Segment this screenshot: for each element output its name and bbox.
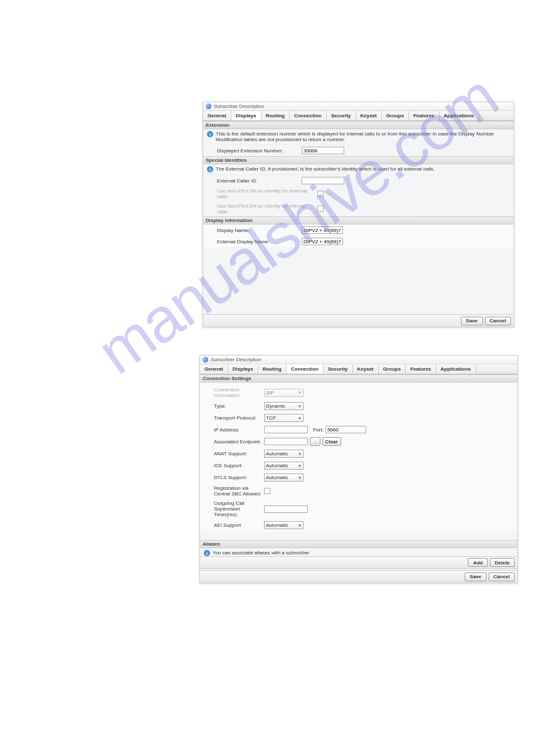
tab-security[interactable]: Security xyxy=(327,111,356,120)
external-caller-input[interactable] xyxy=(302,177,344,184)
assoc-ep-input[interactable] xyxy=(264,438,308,445)
reg-sbc-label: Registration via Central SBC Allowed xyxy=(214,485,264,497)
tab-connection[interactable]: Connection xyxy=(287,364,324,374)
panel-title: Subscriber Description xyxy=(211,357,261,362)
tab-groups[interactable]: Groups xyxy=(382,111,409,120)
aliases-toolbar: Add Delete xyxy=(200,556,517,569)
anat-row: ANAT Support: Automatic xyxy=(200,448,517,460)
ocs-input[interactable] xyxy=(264,505,308,513)
display-name-label: Display Name: xyxy=(217,228,302,233)
assoc-ep-row: Associated Endpoint: ... Clear xyxy=(200,435,517,448)
nonpilot-int-checkbox[interactable] xyxy=(317,206,324,212)
tab-general[interactable]: General xyxy=(203,111,231,120)
reg-sbc-checkbox[interactable] xyxy=(264,488,270,494)
anat-label: ANAT Support: xyxy=(214,451,264,457)
port-input[interactable] xyxy=(325,426,366,433)
tab-routing[interactable]: Routing xyxy=(262,111,290,120)
dtls-select[interactable]: Automatic xyxy=(264,473,304,482)
panel1-footer: Save Cancel xyxy=(203,314,514,327)
transport-select[interactable]: TCP xyxy=(264,414,304,422)
app-icon xyxy=(203,357,208,362)
special-info-row: i The External Caller ID, if provisioned… xyxy=(203,164,514,175)
tabs-row: General Displays Routing Connection Secu… xyxy=(200,364,517,374)
ip-row: IP Address: Port: xyxy=(200,424,517,435)
ice-label: ICE Support: xyxy=(214,463,264,468)
subscriber-panel-displays: Subscriber Description General Displays … xyxy=(203,102,514,327)
connection-settings-header: Connection Settings xyxy=(200,374,517,383)
type-row: Type: Dynamic xyxy=(200,400,517,412)
nonpilot-int-label: Use Non-Pilot DN as identity for interna… xyxy=(217,203,317,214)
tab-routing[interactable]: Routing xyxy=(258,364,287,374)
reg-sbc-row: Registration via Central SBC Allowed xyxy=(200,483,517,499)
browse-button[interactable]: ... xyxy=(310,437,320,446)
display-name-row: Display Name: xyxy=(203,225,514,236)
dtls-row: DTLS Support: Automatic xyxy=(200,472,517,483)
anat-select[interactable]: Automatic xyxy=(264,450,304,458)
titlebar: Subscriber Description xyxy=(200,356,517,364)
cancel-button[interactable]: Cancel xyxy=(489,573,515,581)
ext-display-name-input[interactable] xyxy=(302,238,343,245)
titlebar: Subscriber Description xyxy=(203,102,514,111)
displayed-ext-input[interactable] xyxy=(302,147,344,154)
tab-features[interactable]: Features xyxy=(406,364,436,374)
panel-title: Subscriber Description xyxy=(214,103,264,109)
ip-label: IP Address: xyxy=(214,427,264,433)
ice-select[interactable]: Automatic xyxy=(264,462,304,470)
info-icon: i xyxy=(204,550,210,556)
aei-label: AEI Support xyxy=(214,522,264,528)
cancel-button[interactable]: Cancel xyxy=(485,317,511,325)
ice-row: ICE Support: Automatic xyxy=(200,460,517,472)
clear-button[interactable]: Clear xyxy=(322,437,341,446)
info-icon: i xyxy=(207,131,213,137)
ocs-label: Outgoing Call Supervision Timer(ms): xyxy=(214,500,264,517)
conn-info-row: Connection Information: SIP xyxy=(200,385,517,400)
external-caller-label: External Caller ID xyxy=(217,178,302,184)
add-button[interactable]: Add xyxy=(468,558,488,567)
port-label: Port: xyxy=(313,427,324,433)
delete-button[interactable]: Delete xyxy=(490,558,515,567)
tab-applications[interactable]: Applications xyxy=(440,111,479,120)
tabs-row: General Displays Routing Connection Secu… xyxy=(203,111,514,121)
tab-security[interactable]: Security xyxy=(324,364,353,374)
tab-displays[interactable]: Displays xyxy=(228,364,258,374)
tab-groups[interactable]: Groups xyxy=(379,364,406,374)
displayed-ext-label: Displayed Extension Number: xyxy=(217,148,302,154)
nonpilot-ext-label: Use Non-Pilot DN as identity for externa… xyxy=(217,188,317,199)
tab-connection[interactable]: Connection xyxy=(290,111,327,120)
ocs-row: Outgoing Call Supervision Timer(ms): xyxy=(200,499,517,519)
aliases-info-text: You can associate aliases with a subscri… xyxy=(213,550,310,556)
info-icon: i xyxy=(207,166,213,172)
aei-select[interactable]: Automatic xyxy=(264,521,304,529)
subscriber-panel-connection: Subscriber Description General Displays … xyxy=(199,355,518,583)
assoc-ep-label: Associated Endpoint: xyxy=(214,439,264,445)
display-name-input[interactable] xyxy=(302,226,343,234)
extension-info-text: This is the default extension number whi… xyxy=(216,131,510,142)
save-button[interactable]: Save xyxy=(461,317,483,325)
tab-applications[interactable]: Applications xyxy=(436,364,476,374)
extension-info-row: i This is the default extension number w… xyxy=(203,129,514,145)
tab-features[interactable]: Features xyxy=(409,111,439,120)
ip-input[interactable] xyxy=(264,426,308,433)
save-button[interactable]: Save xyxy=(465,573,487,581)
tab-displays[interactable]: Displays xyxy=(231,111,262,120)
tab-keyset[interactable]: Keyset xyxy=(353,364,379,374)
tab-keyset[interactable]: Keyset xyxy=(356,111,382,120)
special-info-text: The External Caller ID, if provisioned, … xyxy=(216,166,435,172)
aei-row: AEI Support Automatic xyxy=(200,519,517,531)
tab-general[interactable]: General xyxy=(200,364,228,374)
display-info-header: Display Information xyxy=(203,216,514,225)
conn-info-label: Connection Information: xyxy=(214,387,264,398)
special-identities-header: Special Identities xyxy=(203,156,514,164)
transport-label: Transport Protocol: xyxy=(214,415,264,421)
nonpilot-ext-checkbox[interactable] xyxy=(317,191,324,197)
dtls-label: DTLS Support: xyxy=(214,475,264,480)
panel2-footer: Save Cancel xyxy=(200,570,517,583)
ext-display-name-row: External Display Name: xyxy=(203,236,514,247)
nonpilot-ext-row: Use Non-Pilot DN as identity for externa… xyxy=(203,186,514,201)
nonpilot-int-row: Use Non-Pilot DN as identity for interna… xyxy=(203,201,514,216)
app-icon xyxy=(206,103,211,109)
type-select[interactable]: Dynamic xyxy=(264,402,304,410)
type-label: Type: xyxy=(214,403,264,409)
external-caller-row: External Caller ID xyxy=(203,175,514,186)
extension-header: Extension xyxy=(203,121,514,129)
